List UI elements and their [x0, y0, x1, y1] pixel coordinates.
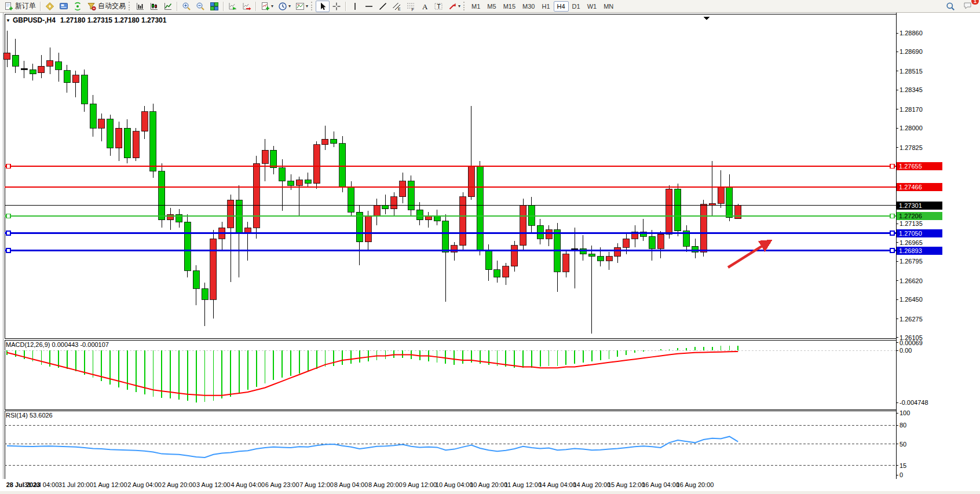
auto-scroll-button[interactable]	[226, 1, 240, 12]
line-handle[interactable]	[890, 214, 894, 218]
candlestick-chart-button[interactable]	[147, 1, 161, 12]
svg-text:E: E	[398, 7, 401, 11]
cursor-icon	[318, 2, 327, 11]
line-handle[interactable]	[6, 248, 10, 253]
rsi-tick-label: 80	[899, 422, 906, 429]
collapse-triangle-icon[interactable]: ▼	[6, 18, 10, 23]
line-handle[interactable]	[890, 248, 894, 253]
vertical-line-button[interactable]	[348, 1, 362, 12]
macd-tick-label: 0.00	[899, 347, 912, 354]
price-tick-label: 1.26795	[899, 258, 923, 265]
price-tick-label: 1.28690	[899, 48, 923, 55]
candle	[228, 200, 234, 228]
candle	[460, 197, 466, 246]
channel-button[interactable]: E	[390, 1, 404, 12]
chart-canvas[interactable]: 1.288601.286901.285151.283451.281701.280…	[0, 13, 980, 479]
label-button[interactable]: T	[432, 1, 445, 12]
indicators-button[interactable]: ▾	[258, 1, 276, 12]
candle	[141, 112, 148, 131]
arrows-icon	[448, 2, 457, 11]
line-handle[interactable]	[6, 231, 10, 235]
line-handle[interactable]	[6, 214, 10, 218]
candle	[56, 62, 62, 69]
toolbar-separator	[223, 2, 224, 11]
new-order-label: 新订单	[15, 1, 36, 11]
signals-button[interactable]	[71, 1, 85, 12]
price-tick-label: 1.28860	[899, 30, 923, 36]
tile-windows-button[interactable]	[207, 1, 221, 12]
periods-button[interactable]: ▾	[276, 1, 293, 12]
candle	[133, 131, 139, 158]
templates-button[interactable]: ▾	[293, 1, 310, 12]
candle	[331, 139, 337, 144]
candle	[537, 225, 543, 239]
timeframe-M30[interactable]: M30	[519, 1, 538, 12]
chevron-down-icon: ▾	[271, 3, 273, 9]
candle	[606, 257, 612, 261]
crosshair-button[interactable]	[330, 1, 343, 12]
metaeditor-button[interactable]	[43, 1, 57, 12]
candle	[339, 144, 346, 186]
price-tick-label: 1.26965	[899, 239, 923, 246]
candle	[374, 206, 380, 217]
time-axis[interactable]: 28 Jul 202331 Jul 04:0031 Jul 20:001 Aug…	[0, 479, 980, 492]
chart-shift-button[interactable]	[240, 1, 254, 12]
rsi-tick-label: 50	[899, 441, 906, 448]
bar-chart-button[interactable]	[133, 1, 147, 12]
candle	[184, 222, 191, 270]
candle	[38, 66, 45, 72]
candle	[47, 61, 53, 67]
timeframe-M5[interactable]: M5	[484, 1, 499, 12]
autotrading-button[interactable]: 自动交易	[85, 1, 128, 12]
price-badge-label: 1.27050	[899, 230, 922, 237]
zoom-out-icon	[196, 2, 205, 11]
candle	[511, 246, 518, 266]
candle	[485, 250, 492, 269]
candle	[64, 71, 70, 83]
candle	[202, 288, 208, 299]
line-chart-icon	[163, 2, 173, 11]
horizontal-line-button[interactable]	[362, 1, 376, 12]
timeframe-M1[interactable]: M1	[468, 1, 484, 12]
price-badge-label: 1.27466	[899, 184, 922, 191]
cursor-button[interactable]	[316, 1, 330, 12]
fibonacci-button[interactable]: F	[404, 1, 418, 12]
timeframe-W1[interactable]: W1	[584, 1, 601, 12]
terminal-button[interactable]	[57, 1, 71, 12]
price-tick-label: 1.28345	[899, 86, 923, 93]
timeframe-D1[interactable]: D1	[569, 1, 584, 12]
candle	[400, 181, 406, 197]
price-badge-label: 1.27655	[899, 163, 922, 170]
timeframe-M15[interactable]: M15	[500, 1, 519, 12]
candle	[12, 55, 19, 66]
candle	[279, 168, 286, 181]
line-handle[interactable]	[890, 231, 894, 235]
timeframe-H1[interactable]: H1	[538, 1, 553, 12]
timeframe-H4[interactable]: H4	[554, 1, 569, 12]
line-handle[interactable]	[6, 164, 10, 169]
zoom-out-button[interactable]	[193, 1, 207, 12]
candle	[580, 248, 586, 254]
svg-text:F: F	[412, 7, 414, 11]
trendline-button[interactable]	[376, 1, 390, 12]
candle	[313, 145, 320, 184]
text-button[interactable]: A	[418, 1, 432, 12]
rsi-pane[interactable]	[5, 411, 896, 479]
zoom-in-button[interactable]	[180, 1, 193, 12]
candle	[356, 212, 363, 242]
candle	[236, 200, 242, 233]
terminal-icon	[59, 2, 68, 11]
candle	[348, 186, 354, 212]
line-handle[interactable]	[890, 164, 894, 169]
rsi-tick-label: 0	[899, 471, 903, 478]
main-pane[interactable]	[5, 14, 896, 338]
candle	[391, 197, 397, 209]
candle	[503, 266, 509, 277]
search-button[interactable]	[944, 1, 957, 12]
new-order-button[interactable]: 新订单	[2, 1, 38, 12]
line-chart-button[interactable]	[161, 1, 175, 12]
macd-tick-label: 0.00069	[899, 339, 923, 346]
candle	[520, 206, 526, 246]
timeframe-MN[interactable]: MN	[600, 1, 617, 12]
arrows-button[interactable]: ▾	[445, 1, 463, 12]
